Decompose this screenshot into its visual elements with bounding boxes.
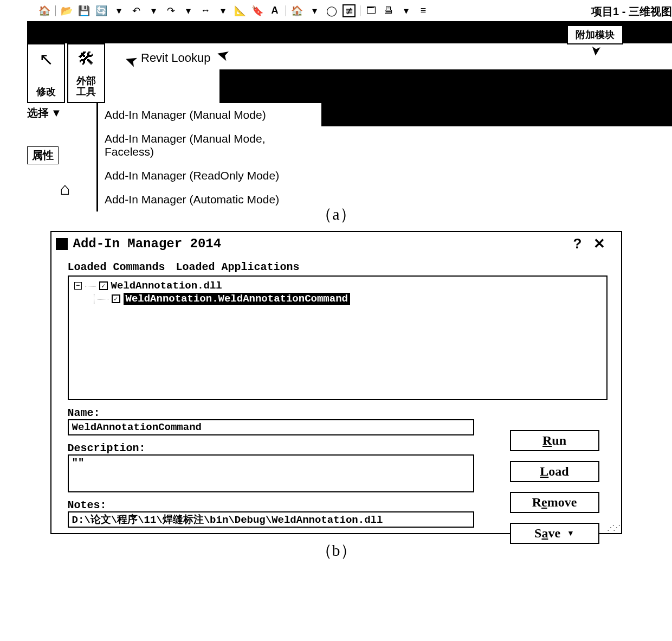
addin-manager-dialog: Add-In Manager 2014 ? ✕ Loaded Commands … bbox=[50, 231, 622, 534]
description-input[interactable] bbox=[68, 454, 474, 492]
tree-root-label: WeldAnnotation.dll bbox=[111, 280, 222, 292]
modify-button[interactable]: ↖ 修改 bbox=[27, 43, 65, 103]
revit-lookup-label: Revit Lookup bbox=[141, 51, 210, 65]
menu-item-manual[interactable]: Add-In Manager (Manual Mode) bbox=[98, 103, 321, 127]
dropdown-icon[interactable]: ▾ bbox=[308, 4, 321, 17]
tag-icon[interactable]: 🔖 bbox=[251, 4, 264, 17]
dimension-icon[interactable]: 📐 bbox=[234, 4, 247, 17]
quick-access-toolbar: 🏠 📂 💾 🔄 ▾ ↶ ▾ ↷ ▾ ↔ ▾ 📐 🔖 A 🏠 ▾ ◯ ≢ 🗔 🖶 … bbox=[27, 0, 672, 22]
collapse-icon[interactable]: − bbox=[74, 282, 82, 290]
name-label: Name: bbox=[68, 407, 608, 419]
button-column: Run Load Remove Save▼ bbox=[510, 430, 599, 544]
measure-icon[interactable]: ↔ bbox=[199, 4, 212, 17]
open-icon[interactable]: 📂 bbox=[60, 4, 73, 17]
menu-item-automatic[interactable]: Add-In Manager (Automatic Mode) bbox=[98, 188, 321, 211]
chevron-down-icon: ▼ bbox=[51, 107, 62, 119]
dropdown-icon[interactable]: ▾ bbox=[147, 4, 160, 17]
sync-icon[interactable]: 🔄 bbox=[95, 4, 108, 17]
remove-button[interactable]: Remove bbox=[510, 492, 599, 513]
save-icon[interactable]: 💾 bbox=[77, 4, 91, 17]
document-title: 项目1 - 三维视图: {三 bbox=[591, 4, 672, 19]
dropdown-icon[interactable]: ▾ bbox=[182, 4, 195, 17]
tab-loaded-commands[interactable]: Loaded Commands bbox=[68, 261, 165, 273]
chevron-down-icon: ▼ bbox=[567, 529, 574, 538]
resize-grip-icon[interactable]: ⋰⋰ bbox=[607, 523, 619, 532]
home-icon[interactable]: 🏠 bbox=[38, 4, 51, 17]
menu-item-readonly[interactable]: Add-In Manager (ReadOnly Mode) bbox=[98, 164, 321, 188]
dropdown-icon[interactable]: ▾ bbox=[112, 4, 125, 17]
text-icon[interactable]: A bbox=[268, 4, 281, 17]
house-icon: ⌂ bbox=[60, 179, 70, 199]
select-panel-label[interactable]: 选择 ▼ bbox=[27, 106, 62, 120]
properties-panel-label: 属性 bbox=[27, 146, 59, 164]
dropdown-icon[interactable]: ▾ bbox=[399, 4, 412, 17]
command-tree[interactable]: − ✓ WeldAnnotation.dll ✓ WeldAnnotation.… bbox=[68, 275, 608, 400]
notes-input[interactable] bbox=[68, 511, 474, 528]
tree-root-node[interactable]: − ✓ WeldAnnotation.dll bbox=[74, 280, 601, 292]
cursor-icon: ↖ bbox=[39, 49, 54, 69]
run-button[interactable]: Run bbox=[510, 430, 599, 451]
default3d-icon[interactable]: 🏠 bbox=[290, 4, 303, 17]
close-hidden-icon[interactable]: 🗔 bbox=[365, 4, 378, 17]
close-button[interactable]: ✕ bbox=[589, 235, 610, 252]
help-button[interactable]: ? bbox=[567, 235, 589, 252]
thinlines-icon[interactable]: ≢ bbox=[343, 4, 356, 17]
arrow-icon: ➤ bbox=[215, 46, 231, 66]
revit-ui-panel: 🏠 📂 💾 🔄 ▾ ↶ ▾ ↷ ▾ ↔ ▾ 📐 🔖 A 🏠 ▾ ◯ ≢ 🗔 🖶 … bbox=[27, 0, 672, 198]
tree-child-node[interactable]: ✓ WeldAnnotation.WeldAnnotationCommand bbox=[94, 293, 601, 305]
checkbox-icon[interactable]: ✓ bbox=[99, 281, 108, 290]
dropdown-icon[interactable]: ▾ bbox=[216, 4, 229, 17]
checkbox-icon[interactable]: ✓ bbox=[112, 294, 120, 303]
customize-icon[interactable]: ≡ bbox=[417, 4, 430, 17]
ribbon-tab-addins[interactable]: 附加模块 bbox=[567, 25, 623, 44]
tree-child-label: WeldAnnotation.WeldAnnotationCommand bbox=[124, 293, 350, 305]
tab-loaded-applications[interactable]: Loaded Applications bbox=[176, 261, 300, 273]
load-button[interactable]: Load bbox=[510, 461, 599, 482]
name-input[interactable] bbox=[68, 419, 474, 435]
save-button[interactable]: Save▼ bbox=[510, 523, 599, 544]
switch-windows-icon[interactable]: 🖶 bbox=[382, 4, 395, 17]
tools-icon: 🛠 bbox=[77, 49, 95, 69]
dialog-tabs: Loaded Commands Loaded Applications bbox=[68, 261, 608, 273]
section-icon[interactable]: ◯ bbox=[325, 4, 338, 17]
external-tools-dropdown: Add-In Manager (Manual Mode) Add-In Mana… bbox=[96, 103, 321, 211]
arrow-icon: ➤ bbox=[122, 50, 140, 72]
arrow-icon: ➤ bbox=[588, 45, 604, 57]
app-icon bbox=[56, 238, 68, 250]
dialog-title: Add-In Manager 2014 bbox=[73, 236, 567, 251]
redo-icon[interactable]: ↷ bbox=[164, 4, 177, 17]
ribbon-panel: ↖ 修改 🛠 外部 工具 bbox=[27, 43, 107, 103]
external-tools-button[interactable]: 🛠 外部 工具 bbox=[67, 43, 105, 103]
menu-item-faceless[interactable]: Add-In Manager (Manual Mode, Faceless) bbox=[98, 127, 321, 164]
undo-icon[interactable]: ↶ bbox=[130, 4, 143, 17]
dialog-titlebar: Add-In Manager 2014 ? ✕ bbox=[51, 232, 621, 255]
